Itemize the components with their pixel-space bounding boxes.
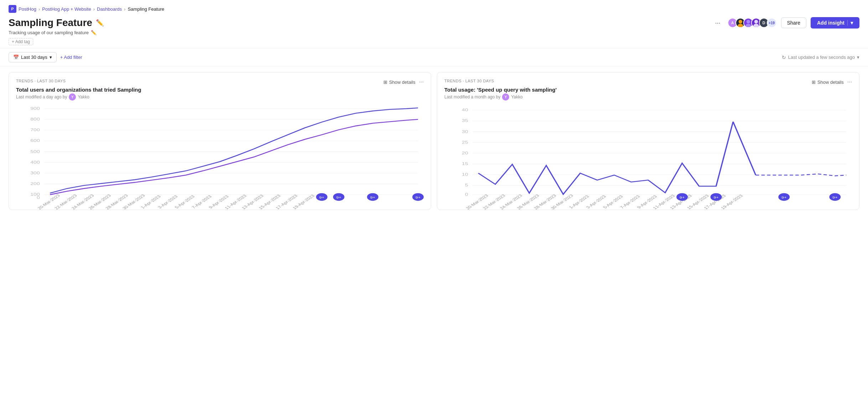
svg-text:40: 40 bbox=[462, 108, 468, 112]
add-insight-button[interactable]: Add insight ▾ bbox=[811, 17, 859, 29]
svg-text:25: 25 bbox=[462, 140, 468, 144]
collaborators-avatars: A D +19 bbox=[728, 18, 777, 28]
svg-text:9+: 9+ bbox=[319, 196, 324, 199]
breadcrumb-dashboards[interactable]: Dashboards bbox=[97, 6, 122, 12]
show-details-button-1[interactable]: ⊞ Show details bbox=[383, 80, 415, 85]
chart2-author: Yakko bbox=[511, 94, 522, 99]
last-updated-chevron-icon: ▾ bbox=[857, 55, 859, 60]
svg-point-4 bbox=[754, 20, 758, 23]
chart-card-2: TRENDS · LAST 30 DAYS ⊞ Show details ···… bbox=[437, 72, 859, 210]
table-icon-2: ⊞ bbox=[812, 80, 816, 85]
breadcrumb-app[interactable]: PostHog App + Website bbox=[42, 6, 91, 12]
chart2-modified-text: Last modified a month ago by bbox=[444, 94, 500, 99]
share-button[interactable]: Share bbox=[781, 17, 806, 28]
chart2-title: Total usage: 'Speed up query with sampli… bbox=[444, 87, 852, 93]
edit-title-icon[interactable]: ✏️ bbox=[96, 19, 104, 27]
chart1-author-avatar: Y bbox=[69, 93, 76, 101]
chart1-author: Yakko bbox=[78, 94, 89, 99]
table-icon-1: ⊞ bbox=[383, 80, 387, 85]
date-filter-chevron-icon: ▾ bbox=[50, 55, 52, 60]
svg-text:5: 5 bbox=[465, 183, 468, 188]
svg-text:9+: 9+ bbox=[336, 196, 341, 199]
chart1-modified-text: Last modified a day ago by bbox=[16, 94, 67, 99]
svg-text:400: 400 bbox=[30, 160, 40, 164]
svg-text:0: 0 bbox=[465, 193, 468, 197]
svg-text:20: 20 bbox=[462, 151, 468, 155]
svg-text:9+: 9+ bbox=[781, 196, 786, 199]
svg-text:9+: 9+ bbox=[415, 196, 420, 199]
svg-point-0 bbox=[738, 20, 742, 23]
chart1-label: TRENDS · LAST 30 DAYS bbox=[16, 79, 66, 83]
svg-text:800: 800 bbox=[30, 117, 40, 122]
add-tag-button[interactable]: + Add tag bbox=[9, 38, 33, 45]
chart1-title: Total users and organizations that tried… bbox=[16, 87, 424, 93]
last-updated[interactable]: ↻ Last updated a few seconds ago ▾ bbox=[782, 55, 859, 60]
add-filter-button[interactable]: + Add filter bbox=[60, 55, 82, 60]
svg-text:9+: 9+ bbox=[370, 196, 375, 199]
svg-text:35: 35 bbox=[462, 119, 468, 123]
svg-text:9+: 9+ bbox=[713, 196, 718, 199]
svg-point-1 bbox=[738, 24, 743, 28]
page-title: Sampling Feature bbox=[9, 17, 92, 29]
breadcrumb-current: Sampling Feature bbox=[128, 6, 164, 12]
svg-point-2 bbox=[746, 20, 750, 23]
chart2-more-button[interactable]: ··· bbox=[847, 79, 852, 85]
svg-text:10: 10 bbox=[462, 173, 468, 177]
svg-text:200: 200 bbox=[30, 182, 40, 186]
more-options-button[interactable]: ··· bbox=[712, 18, 723, 28]
page-subtitle-text: Tracking usage of our sampling feature bbox=[9, 30, 89, 35]
svg-text:15: 15 bbox=[462, 162, 468, 166]
chart-card-1: TRENDS · LAST 30 DAYS ⊞ Show details ···… bbox=[9, 72, 431, 210]
svg-text:900: 900 bbox=[30, 106, 40, 111]
chart2-author-avatar: Y bbox=[502, 93, 509, 101]
refresh-icon: ↻ bbox=[782, 55, 786, 60]
date-filter-label: Last 30 days bbox=[21, 55, 47, 60]
svg-text:300: 300 bbox=[30, 171, 40, 175]
svg-text:500: 500 bbox=[30, 149, 40, 154]
date-filter-button[interactable]: 📅 Last 30 days ▾ bbox=[9, 52, 57, 62]
svg-text:700: 700 bbox=[30, 128, 40, 132]
show-details-button-2[interactable]: ⊞ Show details bbox=[812, 80, 844, 85]
chart1-more-button[interactable]: ··· bbox=[419, 79, 424, 85]
svg-text:9+: 9+ bbox=[832, 196, 837, 199]
svg-text:30: 30 bbox=[462, 129, 468, 134]
svg-point-5 bbox=[753, 24, 759, 28]
svg-point-3 bbox=[745, 24, 751, 28]
edit-subtitle-icon[interactable]: ✏️ bbox=[91, 30, 97, 35]
chart2-label: TRENDS · LAST 30 DAYS bbox=[444, 79, 494, 83]
posthog-icon: P bbox=[9, 5, 16, 13]
svg-text:600: 600 bbox=[30, 139, 40, 143]
svg-text:9+: 9+ bbox=[680, 196, 684, 199]
avatar-count: +19 bbox=[767, 18, 777, 28]
svg-text:0: 0 bbox=[37, 195, 40, 200]
breadcrumb-posthog[interactable]: PostHog bbox=[19, 6, 36, 12]
add-insight-chevron-icon: ▾ bbox=[847, 20, 853, 26]
breadcrumb: P PostHog › PostHog App + Website › Dash… bbox=[0, 0, 868, 16]
calendar-icon: 📅 bbox=[13, 55, 19, 60]
last-updated-text: Last updated a few seconds ago bbox=[788, 55, 855, 60]
